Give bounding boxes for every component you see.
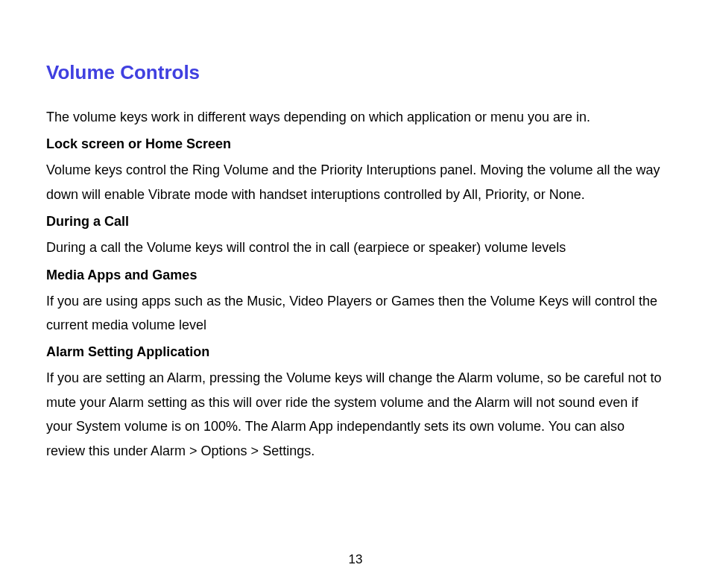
section-heading-lock-screen: Lock screen or Home Screen (46, 136, 665, 152)
section-heading-media-apps: Media Apps and Games (46, 268, 665, 283)
section-body-lock-screen: Volume keys control the Ring Volume and … (46, 158, 665, 206)
section-heading-alarm-setting: Alarm Setting Application (46, 344, 665, 360)
section-body-during-call: During a call the Volume keys will contr… (46, 235, 665, 259)
section-body-media-apps: If you are using apps such as the Music,… (46, 289, 665, 338)
intro-paragraph: The volume keys work in different ways d… (46, 105, 665, 129)
page-title: Volume Controls (46, 61, 665, 84)
section-heading-during-call: During a Call (46, 214, 665, 230)
page-number: 13 (0, 552, 711, 567)
section-body-alarm-setting: If you are setting an Alarm, pressing th… (46, 366, 665, 463)
